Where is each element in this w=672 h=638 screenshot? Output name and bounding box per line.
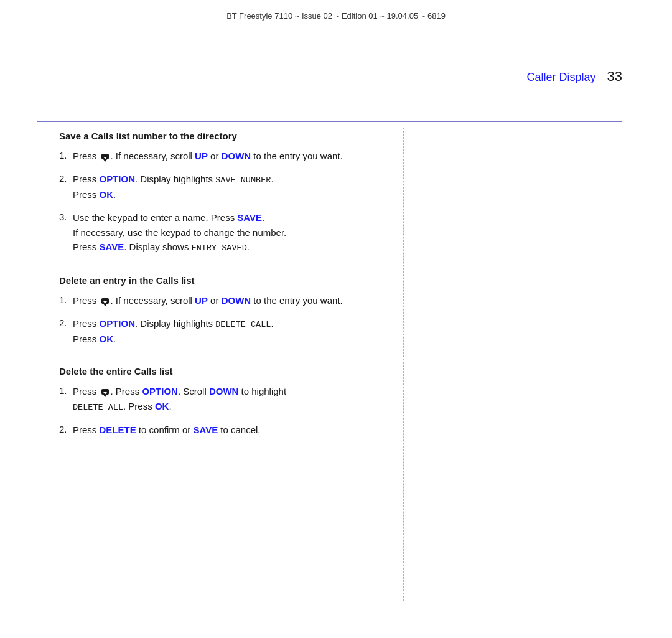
nav-button-icon: [100, 152, 110, 162]
keyword-option: OPTION: [100, 318, 136, 329]
list-item: 2.Press OPTION. Display highlights SAVE …: [59, 172, 404, 202]
list-item: 1.Press . Press OPTION. Scroll DOWN to h…: [59, 384, 404, 414]
svg-marker-1: [103, 159, 107, 162]
horizontal-rule: [37, 121, 622, 122]
keyword-ok: OK: [100, 189, 114, 200]
list-item-number: 1.: [59, 384, 73, 398]
keyword-save: SAVE: [193, 425, 218, 435]
keyword-up: UP: [195, 295, 208, 306]
keyword-save: SAVE: [237, 212, 262, 223]
list-item: 1.Press . If necessary, scroll UP or DOW…: [59, 149, 404, 163]
section-heading-delete-entry: Delete an entry in the Calls list: [59, 275, 404, 286]
list-item-content: Press OPTION. Display highlights SAVE NU…: [73, 172, 404, 202]
display-text: DELETE ALL: [73, 403, 123, 412]
list-item-content: Press . If necessary, scroll UP or DOWN …: [73, 293, 404, 307]
keyword-save: SAVE: [100, 242, 124, 252]
display-text: SAVE NUMBER: [215, 176, 271, 185]
list-item-number: 1.: [59, 293, 73, 307]
list-item-content: Use the keypad to enter a name. Press SA…: [73, 210, 404, 255]
list-item-content: Press . Press OPTION. Scroll DOWN to hig…: [73, 384, 404, 414]
list-item-number: 3.: [59, 210, 73, 225]
keyword-delete: DELETE: [100, 425, 136, 435]
section-delete-entry: Delete an entry in the Calls list1.Press…: [59, 275, 404, 346]
display-text: DELETE CALL: [215, 320, 271, 329]
list-item-content: Press DELETE to confirm or SAVE to cance…: [73, 423, 404, 437]
list-item-number: 1.: [59, 149, 73, 163]
keyword-down: DOWN: [209, 386, 239, 396]
keyword-ok: OK: [100, 334, 114, 344]
section-list-delete-all: 1.Press . Press OPTION. Scroll DOWN to h…: [59, 384, 404, 437]
nav-button-icon: [100, 387, 110, 397]
keyword-option: OPTION: [100, 174, 136, 184]
list-item-number: 2.: [59, 423, 73, 437]
keyword-down: DOWN: [222, 151, 251, 161]
keyword-down: DOWN: [222, 295, 251, 306]
caller-display-title: Caller Display: [526, 71, 595, 84]
main-content: Save a Calls list number to the director…: [59, 131, 404, 601]
section-heading-save-calls: Save a Calls list number to the director…: [59, 131, 404, 141]
svg-marker-7: [103, 395, 107, 397]
list-item: 1.Press . If necessary, scroll UP or DOW…: [59, 293, 404, 307]
list-item: 3.Use the keypad to enter a name. Press …: [59, 210, 404, 255]
display-text: ENTRY SAVED: [192, 243, 247, 253]
keyword-ok: OK: [155, 401, 169, 411]
section-heading-delete-all: Delete the entire Calls list: [59, 366, 404, 377]
nav-button-icon: [100, 296, 110, 306]
list-item-content: Press OPTION. Display highlights DELETE …: [73, 316, 404, 346]
page-container: BT Freestyle 7110 ~ Issue 02 ~ Edition 0…: [0, 0, 672, 638]
top-right-area: Caller Display 33: [526, 68, 622, 85]
keyword-up: UP: [195, 151, 208, 161]
list-item: 2.Press DELETE to confirm or SAVE to can…: [59, 423, 404, 437]
section-list-delete-entry: 1.Press . If necessary, scroll UP or DOW…: [59, 293, 404, 346]
keyword-option: OPTION: [142, 386, 178, 396]
list-item: 2.Press OPTION. Display highlights DELET…: [59, 316, 404, 346]
list-item-number: 2.: [59, 316, 73, 331]
list-item-content: Press . If necessary, scroll UP or DOWN …: [73, 149, 404, 163]
list-item-number: 2.: [59, 172, 73, 186]
section-save-calls: Save a Calls list number to the director…: [59, 131, 404, 255]
section-list-save-calls: 1.Press . If necessary, scroll UP or DOW…: [59, 149, 404, 255]
page-header: BT Freestyle 7110 ~ Issue 02 ~ Edition 0…: [0, 0, 672, 27]
svg-marker-4: [103, 304, 107, 306]
page-number: 33: [607, 68, 622, 85]
header-text: BT Freestyle 7110 ~ Issue 02 ~ Edition 0…: [226, 11, 446, 21]
section-delete-all: Delete the entire Calls list1.Press . Pr…: [59, 366, 404, 437]
